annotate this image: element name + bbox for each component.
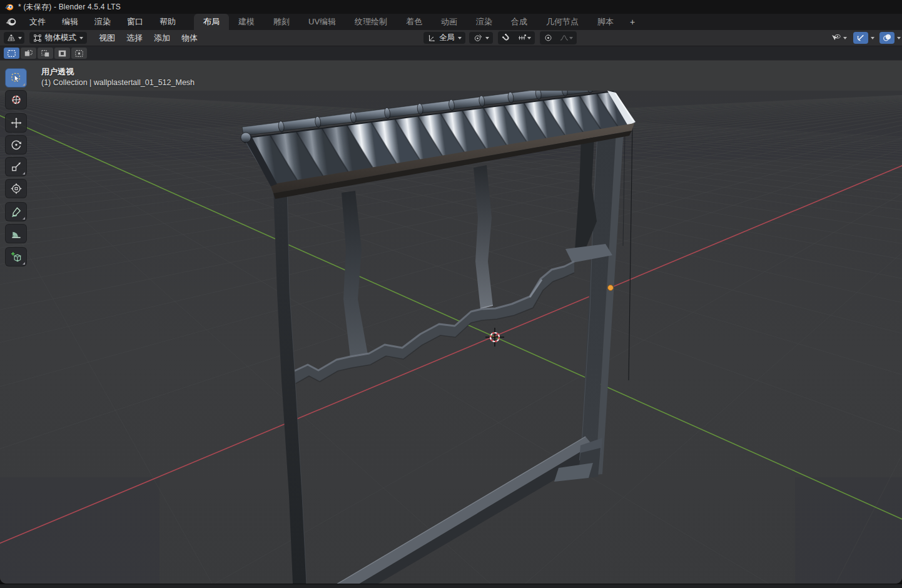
tab-compositing[interactable]: 合成 bbox=[502, 14, 537, 30]
overlays-icon bbox=[882, 33, 892, 43]
overlays-toggle[interactable] bbox=[879, 32, 894, 44]
tab-sculpting[interactable]: 雕刻 bbox=[264, 14, 299, 30]
visibility-dropdown[interactable] bbox=[828, 32, 849, 44]
pivot-icon bbox=[473, 33, 482, 43]
falloff-curve-icon bbox=[559, 33, 569, 43]
snap-group bbox=[498, 31, 535, 44]
snap-toggle[interactable] bbox=[499, 32, 514, 44]
menu-file[interactable]: 文件 bbox=[21, 14, 54, 30]
chevron-down-icon bbox=[843, 37, 847, 39]
proportional-falloff-dropdown[interactable] bbox=[557, 32, 575, 44]
menu-help[interactable]: 帮助 bbox=[151, 14, 184, 30]
window-title: * (未保存) - Blender 4.5.4 LTS bbox=[18, 2, 121, 13]
transform-orientation-dropdown[interactable]: 全局 bbox=[423, 32, 465, 44]
snap-increment-icon bbox=[517, 33, 527, 43]
viewport-canvas[interactable] bbox=[0, 91, 902, 584]
tool-cursor[interactable] bbox=[5, 90, 27, 109]
move-icon bbox=[10, 117, 23, 129]
rotate-icon bbox=[10, 139, 23, 151]
viewport-header: 物体模式 视图 选择 添加 物体 全局 bbox=[0, 30, 902, 46]
tool-transform[interactable] bbox=[5, 179, 27, 198]
blender-menu-logo-icon[interactable] bbox=[0, 14, 21, 30]
menu-object[interactable]: 物体 bbox=[176, 30, 203, 46]
tab-shading[interactable]: 着色 bbox=[397, 14, 432, 30]
tab-uv-editing[interactable]: UV编辑 bbox=[299, 14, 345, 30]
chevron-down-icon bbox=[871, 37, 874, 39]
3d-viewport-area: 物体模式 视图 选择 添加 物体 全局 bbox=[0, 30, 902, 584]
pivot-point-dropdown[interactable] bbox=[469, 32, 493, 44]
topbar: 文件 编辑 渲染 窗口 帮助 布局 建模 雕刻 UV编辑 纹理绘制 着色 动画 … bbox=[0, 14, 902, 30]
transform-icon bbox=[10, 183, 23, 195]
proportional-edit-icon bbox=[544, 33, 553, 43]
object-origin bbox=[608, 285, 614, 291]
mode-dropdown[interactable]: 物体模式 bbox=[29, 32, 87, 44]
object-mode-icon bbox=[33, 34, 42, 43]
gizmos-dropdown[interactable] bbox=[868, 32, 877, 44]
select-mode-intersect[interactable] bbox=[71, 48, 87, 59]
tab-layout[interactable]: 布局 bbox=[194, 14, 229, 30]
snap-target-dropdown[interactable] bbox=[515, 32, 534, 44]
tab-modeling[interactable]: 建模 bbox=[229, 14, 264, 30]
workspace-tabs: 布局 建模 雕刻 UV编辑 纹理绘制 着色 动画 渲染 合成 几何节点 脚本 + bbox=[194, 14, 642, 30]
menu-window[interactable]: 窗口 bbox=[119, 14, 151, 30]
tool-annotate[interactable] bbox=[5, 202, 27, 221]
menu-add[interactable]: 添加 bbox=[148, 30, 176, 46]
chevron-down-icon bbox=[485, 37, 489, 39]
tab-scripting[interactable]: 脚本 bbox=[588, 14, 623, 30]
annotate-pencil-icon bbox=[10, 206, 23, 218]
tab-texture-paint[interactable]: 纹理绘制 bbox=[345, 14, 397, 30]
add-workspace-button[interactable]: + bbox=[623, 14, 642, 30]
gizmos-toggle[interactable] bbox=[853, 32, 868, 44]
measure-icon bbox=[10, 228, 23, 240]
select-mode-subtract[interactable] bbox=[38, 48, 53, 59]
magnet-icon bbox=[502, 33, 511, 43]
viewport-toolbar bbox=[5, 68, 27, 269]
menu-view[interactable]: 视图 bbox=[93, 30, 121, 46]
tab-animation[interactable]: 动画 bbox=[432, 14, 467, 30]
3d-cursor-icon bbox=[10, 94, 23, 106]
tool-settings-bar bbox=[0, 46, 902, 61]
select-mode-extend[interactable] bbox=[21, 48, 36, 59]
proportional-edit-group bbox=[540, 31, 577, 44]
tool-rotate[interactable] bbox=[5, 135, 27, 155]
chevron-down-icon bbox=[79, 37, 83, 39]
gizmo-icon bbox=[856, 33, 866, 43]
orientation-label: 全局 bbox=[439, 33, 455, 43]
tool-measure[interactable] bbox=[5, 224, 27, 243]
select-mode-invert[interactable] bbox=[54, 48, 70, 59]
eye-cursor-icon bbox=[830, 33, 841, 43]
tool-add-cube[interactable] bbox=[5, 247, 27, 266]
mode-label: 物体模式 bbox=[45, 33, 76, 43]
view-perspective-label: 用户透视 bbox=[41, 66, 74, 78]
tool-tweak-select[interactable] bbox=[5, 68, 27, 88]
tool-scale[interactable] bbox=[5, 157, 27, 176]
breadcrumb: (1) Collection | wallplastertall_01_512_… bbox=[41, 78, 195, 87]
chevron-down-icon bbox=[18, 37, 22, 39]
viewport-3d-icon bbox=[6, 33, 16, 43]
editor-type-dropdown[interactable] bbox=[4, 32, 24, 44]
chevron-down-icon bbox=[458, 37, 462, 39]
overlays-dropdown[interactable] bbox=[894, 32, 902, 44]
proportional-edit-toggle[interactable] bbox=[541, 32, 555, 44]
menu-select[interactable]: 选择 bbox=[121, 30, 148, 46]
chevron-down-icon bbox=[527, 37, 531, 39]
select-cursor-icon bbox=[10, 72, 23, 84]
menu-render[interactable]: 渲染 bbox=[86, 14, 119, 30]
chevron-down-icon bbox=[569, 37, 573, 39]
menu-edit[interactable]: 编辑 bbox=[54, 14, 86, 30]
scale-icon bbox=[10, 161, 23, 173]
tab-geometry-nodes[interactable]: 几何节点 bbox=[537, 14, 588, 30]
blender-logo-icon bbox=[4, 3, 14, 11]
orientation-axes-icon bbox=[427, 34, 436, 43]
statusbar bbox=[0, 584, 902, 588]
add-cube-icon bbox=[10, 251, 23, 263]
tool-move[interactable] bbox=[5, 113, 27, 133]
select-mode-new[interactable] bbox=[4, 48, 19, 59]
window-titlebar: * (未保存) - Blender 4.5.4 LTS bbox=[0, 0, 902, 14]
tab-rendering[interactable]: 渲染 bbox=[467, 14, 502, 30]
chevron-down-icon bbox=[897, 37, 901, 39]
